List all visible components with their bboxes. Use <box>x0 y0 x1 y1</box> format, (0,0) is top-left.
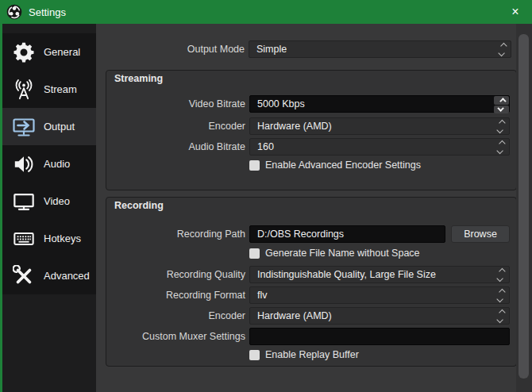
stream-encoder-select[interactable]: Hardware (AMD) <box>249 117 510 135</box>
sidebar-item-output[interactable]: Output <box>2 108 96 145</box>
window-title: Settings <box>29 6 66 18</box>
replay-buffer-checkbox-label: Enable Replay Buffer <box>265 349 359 360</box>
custom-muxer-input[interactable] <box>249 328 510 345</box>
no-space-checkbox[interactable] <box>249 248 260 259</box>
recording-group: Recording Recording Path D:/OBS Recordin… <box>106 197 517 367</box>
browse-button[interactable]: Browse <box>451 225 510 243</box>
recording-quality-select[interactable]: Indistinguishable Quality, Large File Si… <box>249 266 510 283</box>
streaming-group-title: Streaming <box>114 73 163 84</box>
keyboard-icon <box>12 227 36 251</box>
advanced-encoder-checkbox-label: Enable Advanced Encoder Settings <box>265 159 421 171</box>
no-space-checkbox-row: Generate File Name without Space <box>249 248 420 259</box>
sidebar-item-label: Video <box>44 195 70 207</box>
chevron-up-down-icon <box>493 139 509 155</box>
spinner-buttons[interactable] <box>494 96 509 113</box>
output-mode-select[interactable]: Simple <box>249 40 511 58</box>
sidebar-item-general[interactable]: General <box>2 33 96 71</box>
sidebar-item-label: Hotkeys <box>44 233 81 244</box>
gear-icon <box>12 40 36 64</box>
recording-format-select[interactable]: flv <box>249 286 510 304</box>
stream-encoder-label: Encoder <box>106 117 245 135</box>
output-settings-panel: Output Mode Simple Streaming Video Bitra… <box>96 24 532 392</box>
recording-encoder-select[interactable]: Hardware (AMD) <box>249 307 510 325</box>
recording-encoder-label: Encoder <box>106 307 245 325</box>
speaker-icon <box>12 152 36 176</box>
scrollbar-thumb[interactable] <box>519 34 529 379</box>
chevron-up-down-icon <box>493 308 509 324</box>
sidebar-item-advanced[interactable]: Advanced <box>2 257 96 294</box>
spin-down-icon[interactable] <box>494 106 509 114</box>
tools-icon <box>12 264 36 288</box>
sidebar-item-stream[interactable]: Stream <box>2 71 96 108</box>
sidebar-item-hotkeys[interactable]: Hotkeys <box>2 220 96 257</box>
chevron-up-down-icon <box>493 267 509 282</box>
sidebar-item-video[interactable]: Video <box>2 183 96 220</box>
video-bitrate-label: Video Bitrate <box>106 95 245 113</box>
sidebar-item-label: Stream <box>44 83 77 95</box>
recording-quality-label: Recording Quality <box>106 266 245 283</box>
advanced-encoder-checkbox-row: Enable Advanced Encoder Settings <box>249 159 421 171</box>
recording-path-label: Recording Path <box>106 225 245 243</box>
streaming-group: Streaming Video Bitrate 5000 Kbps Encode… <box>106 70 517 190</box>
sidebar-item-label: Advanced <box>44 270 90 282</box>
replay-buffer-checkbox[interactable] <box>249 350 260 360</box>
broadcast-icon <box>12 78 36 102</box>
recording-path-input[interactable]: D:/OBS Recordings <box>249 225 445 243</box>
advanced-encoder-checkbox[interactable] <box>249 160 260 171</box>
monitor-icon <box>12 190 36 213</box>
custom-muxer-label: Custom Muxer Settings <box>106 328 245 345</box>
sidebar-item-label: Output <box>44 121 75 133</box>
chevron-up-down-icon <box>493 287 509 303</box>
obs-logo-icon <box>6 4 22 20</box>
close-icon[interactable]: × <box>499 0 532 24</box>
chevron-up-down-icon <box>493 118 509 134</box>
chevron-up-down-icon <box>495 41 511 57</box>
output-monitor-icon <box>12 115 36 139</box>
recording-format-label: Recording Format <box>106 286 245 304</box>
settings-window: Settings × General Stream <box>0 0 532 392</box>
audio-bitrate-label: Audio Bitrate <box>106 138 245 156</box>
replay-buffer-checkbox-row: Enable Replay Buffer <box>249 349 359 360</box>
settings-sidebar: General Stream <box>2 24 96 392</box>
output-mode-label: Output Mode <box>96 40 245 58</box>
sidebar-item-label: Audio <box>44 158 70 170</box>
sidebar-item-audio[interactable]: Audio <box>2 145 96 183</box>
sidebar-item-label: General <box>44 46 80 58</box>
audio-bitrate-select[interactable]: 160 <box>249 138 510 156</box>
scrollbar-track[interactable] <box>516 24 532 392</box>
recording-group-title: Recording <box>114 200 164 211</box>
video-bitrate-input[interactable]: 5000 Kbps <box>249 95 510 113</box>
titlebar: Settings × <box>0 0 532 24</box>
no-space-checkbox-label: Generate File Name without Space <box>265 248 420 259</box>
spin-up-icon[interactable] <box>494 96 509 105</box>
